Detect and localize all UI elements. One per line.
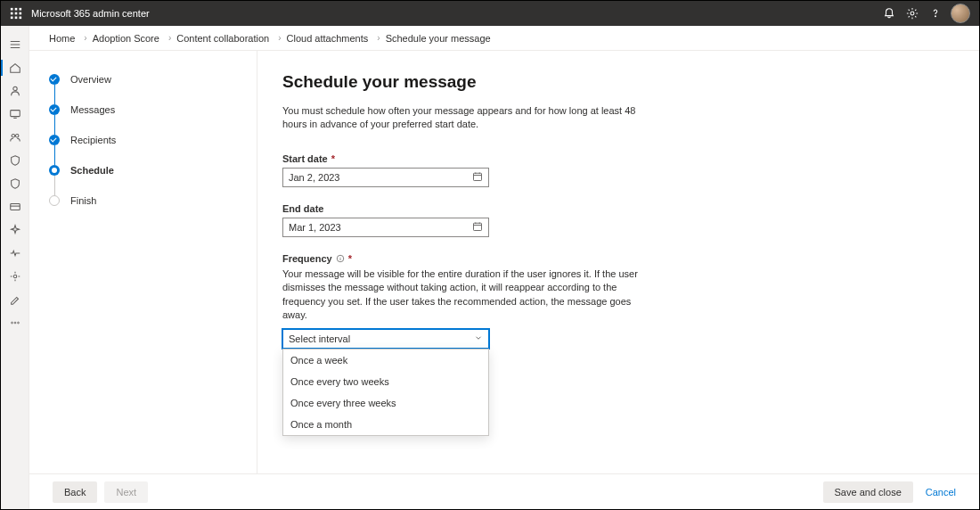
svg-point-17 — [11, 322, 12, 324]
account-avatar[interactable] — [951, 4, 970, 23]
wizard-step-recipients[interactable]: Recipients — [49, 135, 239, 145]
wizard-step-schedule[interactable]: Schedule — [49, 165, 239, 176]
svg-rect-15 — [10, 204, 20, 210]
rail-more-icon[interactable] — [1, 311, 29, 334]
form-panel: Schedule your message You must schedule … — [257, 51, 979, 473]
frequency-dropdown: Once a week Once every two weeks Once ev… — [282, 349, 489, 436]
save-and-close-button[interactable]: Save and close — [823, 481, 913, 503]
breadcrumb-item[interactable]: Schedule your message — [386, 33, 491, 44]
rail-menu-icon[interactable] — [1, 33, 29, 56]
nav-rail — [1, 26, 29, 509]
info-icon[interactable] — [336, 254, 345, 263]
app-title: Microsoft 365 admin center — [31, 8, 150, 19]
frequency-label: Frequency * — [282, 253, 954, 264]
frequency-option[interactable]: Once a month — [283, 414, 488, 435]
chevron-right-icon: › — [377, 33, 380, 43]
back-button[interactable]: Back — [53, 481, 97, 503]
rail-health-icon[interactable] — [1, 242, 29, 265]
step-complete-icon — [49, 104, 60, 115]
svg-rect-3 — [11, 12, 13, 15]
svg-rect-8 — [20, 17, 22, 20]
frequency-option[interactable]: Once a week — [283, 350, 488, 371]
svg-rect-20 — [474, 173, 482, 180]
wizard-footer: Back Next Save and close Cancel — [29, 473, 979, 509]
step-complete-icon — [49, 74, 60, 85]
svg-rect-7 — [15, 17, 18, 20]
rail-groups-icon[interactable] — [1, 126, 29, 149]
breadcrumb: Home › Adoption Score › Content collabor… — [29, 26, 979, 51]
svg-rect-6 — [11, 17, 13, 20]
svg-point-11 — [12, 86, 16, 90]
rail-shield2-icon[interactable] — [1, 172, 29, 195]
notifications-icon[interactable] — [878, 1, 901, 26]
breadcrumb-item[interactable]: Content collaboration — [176, 33, 269, 44]
rail-billing-icon[interactable] — [1, 195, 29, 218]
frequency-option[interactable]: Once every three weeks — [283, 392, 488, 414]
breadcrumb-item[interactable]: Cloud attachments — [287, 33, 369, 44]
rail-users-icon[interactable] — [1, 79, 29, 103]
rail-settings2-icon[interactable] — [1, 265, 29, 288]
step-current-icon — [49, 165, 60, 176]
chevron-right-icon: › — [278, 33, 281, 43]
svg-rect-21 — [474, 223, 482, 230]
wizard-step-messages[interactable]: Messages — [49, 104, 239, 115]
frequency-help-text: Your message will be visible for the ent… — [282, 267, 657, 323]
global-header: Microsoft 365 admin center — [1, 1, 979, 26]
chevron-down-icon — [474, 333, 483, 344]
step-future-icon — [49, 195, 60, 206]
rail-shield1-icon[interactable] — [1, 149, 29, 172]
settings-icon[interactable] — [901, 1, 924, 26]
breadcrumb-item[interactable]: Home — [49, 33, 75, 44]
calendar-icon[interactable] — [472, 171, 483, 184]
start-date-label: Start date* — [282, 153, 954, 164]
breadcrumb-item[interactable]: Adoption Score — [93, 33, 159, 44]
start-date-input[interactable]: Jan 2, 2023 — [282, 168, 489, 187]
wizard-step-finish[interactable]: Finish — [49, 195, 239, 206]
cancel-link[interactable]: Cancel — [926, 487, 956, 498]
svg-point-19 — [17, 322, 19, 324]
end-date-input[interactable]: Mar 1, 2023 — [282, 218, 489, 237]
rail-devices-icon[interactable] — [1, 103, 29, 126]
rail-spark-icon[interactable] — [1, 218, 29, 242]
page-title: Schedule your message — [282, 72, 954, 92]
svg-rect-0 — [11, 8, 13, 11]
calendar-icon[interactable] — [472, 221, 483, 234]
wizard-steps: Overview Messages Recipients — [29, 51, 257, 473]
svg-rect-4 — [15, 12, 18, 15]
page-description: You must schedule how often your message… — [282, 104, 657, 132]
svg-point-10 — [935, 16, 936, 17]
help-icon[interactable] — [924, 1, 947, 26]
svg-rect-1 — [15, 8, 18, 11]
svg-point-16 — [13, 275, 17, 278]
svg-rect-12 — [10, 111, 20, 117]
svg-point-14 — [15, 135, 19, 138]
svg-point-18 — [14, 322, 16, 324]
step-complete-icon — [49, 135, 60, 145]
svg-point-9 — [911, 12, 914, 15]
svg-point-13 — [12, 135, 15, 138]
chevron-right-icon: › — [168, 33, 171, 43]
frequency-option[interactable]: Once every two weeks — [283, 371, 488, 392]
rail-home-icon[interactable] — [1, 56, 29, 79]
frequency-select[interactable]: Select interval — [282, 329, 489, 349]
chevron-right-icon: › — [84, 33, 86, 43]
rail-setup-icon[interactable] — [1, 288, 29, 311]
end-date-label: End date — [282, 203, 954, 214]
app-launcher-icon[interactable] — [10, 7, 22, 20]
wizard-step-overview[interactable]: Overview — [49, 74, 239, 85]
next-button: Next — [104, 481, 148, 503]
svg-rect-2 — [20, 8, 22, 11]
svg-rect-5 — [20, 12, 22, 15]
